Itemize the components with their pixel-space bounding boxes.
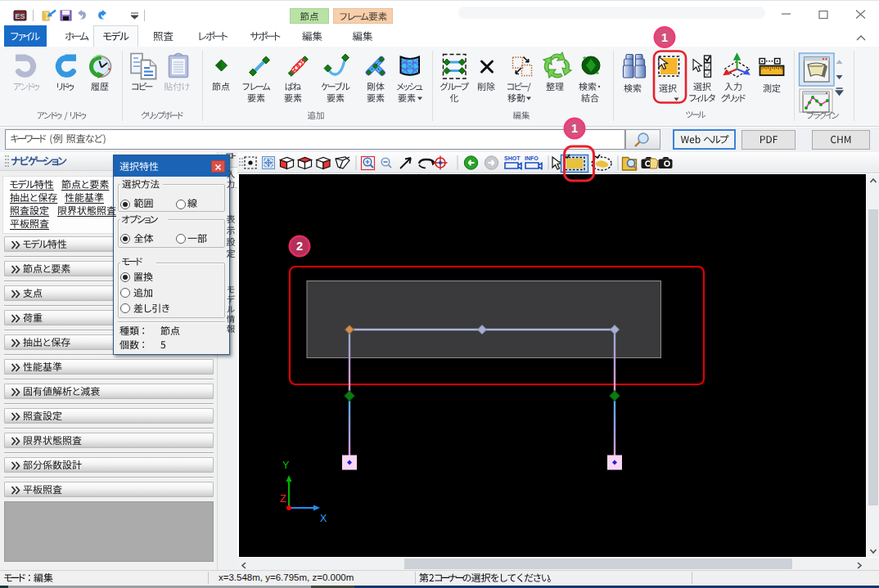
svg-text:2: 2 [296,240,303,253]
svg-text:1: 1 [661,31,668,44]
svg-text:1: 1 [571,122,578,135]
